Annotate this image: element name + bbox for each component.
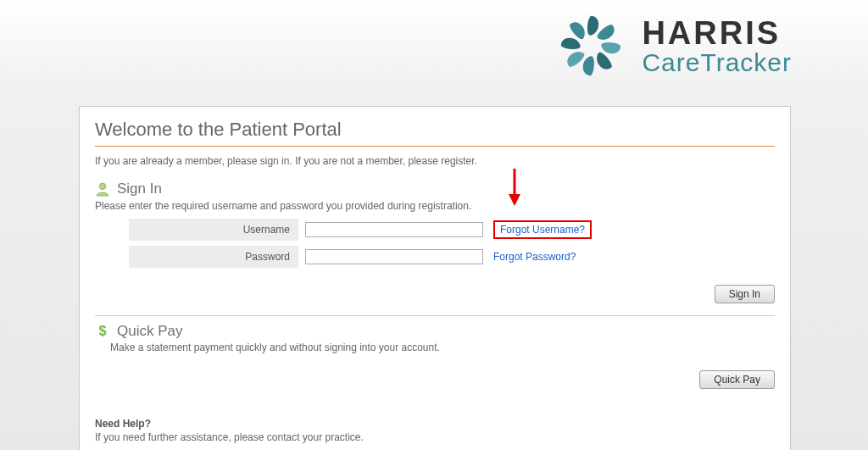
password-label: Password (129, 246, 298, 268)
username-input[interactable] (305, 222, 483, 237)
brand-name-main: HARRIS (642, 15, 792, 52)
svg-text:$: $ (98, 324, 106, 338)
svg-point-0 (99, 183, 106, 190)
login-panel: Welcome to the Patient Portal If you are… (79, 106, 791, 450)
signin-button[interactable]: Sign In (715, 285, 775, 303)
signin-heading-row: Sign In (95, 181, 775, 197)
page-subtitle: If you are already a member, please sign… (95, 155, 775, 167)
signin-instructions: Please enter the required username and p… (95, 200, 775, 212)
title-rule (95, 146, 775, 147)
dollar-icon: $ (95, 324, 110, 339)
forgot-password-link[interactable]: Forgot Password? (493, 251, 576, 263)
username-label: Username (129, 219, 298, 241)
signin-form: Username Forgot Username? Password Forgo… (129, 219, 775, 268)
quickpay-heading: Quick Pay (117, 323, 182, 340)
section-divider (95, 315, 775, 316)
quickpay-sub: Make a statement payment quickly and wit… (110, 342, 775, 353)
brand-logo: HARRIS CareTracker (554, 8, 792, 83)
brand-name-sub: CareTracker (642, 48, 792, 77)
password-input[interactable] (305, 249, 483, 264)
forgot-username-link[interactable]: Forgot Username? (500, 224, 585, 236)
swirl-icon (554, 8, 628, 83)
quickpay-heading-row: $ Quick Pay (95, 323, 775, 340)
quickpay-button[interactable]: Quick Pay (699, 370, 775, 389)
forgot-username-highlight: Forgot Username? (493, 220, 592, 239)
page-title: Welcome to the Patient Portal (95, 119, 775, 141)
need-help-heading: Need Help? (95, 418, 775, 430)
signin-heading: Sign In (117, 181, 162, 197)
need-help-sub: If you need further assistance, please c… (95, 431, 775, 443)
user-icon (95, 181, 110, 197)
